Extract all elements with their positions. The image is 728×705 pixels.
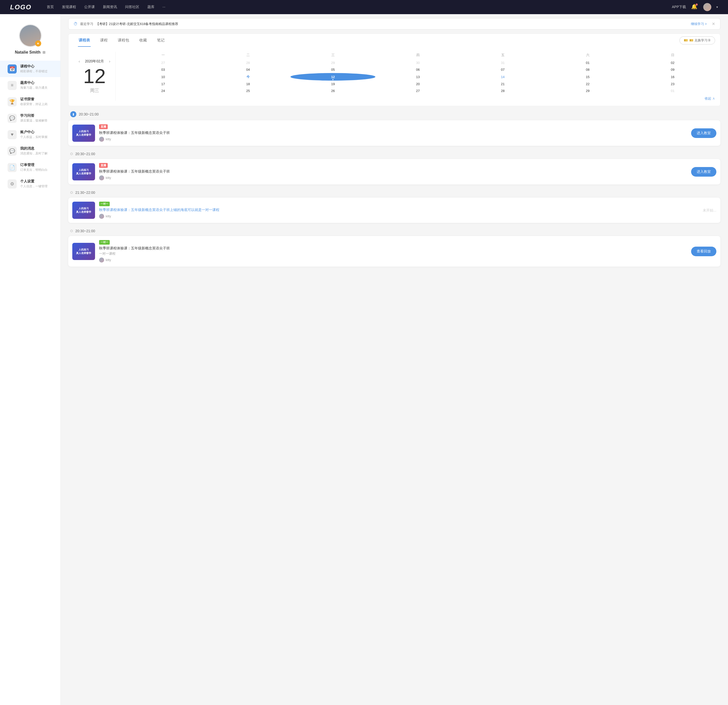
tab-notes[interactable]: 笔记 [152, 34, 170, 47]
cal-day[interactable]: 07 [460, 66, 545, 73]
sidebar-item-message[interactable]: 💬 我的消息 消息通知，及时了解 [0, 143, 61, 159]
review-recording-button[interactable]: 查看回放 [691, 247, 716, 256]
cal-day-selected[interactable]: 12 [290, 73, 376, 81]
cal-day[interactable]: 16 [630, 73, 715, 81]
course-teacher-2: kitty [99, 175, 687, 180]
tab-courses[interactable]: 课程 [95, 34, 113, 47]
live-tag-1: 直播 [99, 124, 108, 129]
enter-classroom-button-2[interactable]: 进入教室 [691, 167, 716, 177]
course-thumbnail-2: 人机练习真人老师督学 [72, 163, 95, 180]
nav-qa[interactable]: 问答社区 [125, 5, 139, 9]
nav-open[interactable]: 公开课 [84, 5, 95, 9]
course-info-4: 一对一 秋季班课程体验课：五年级新概念英语尖子班 一对一课程 kitty [99, 240, 687, 262]
cal-day[interactable]: 30 [376, 59, 460, 66]
sidebar-item-orders[interactable]: 📄 订单管理 订单支出，明明白白 [0, 159, 61, 176]
sidebar-item-account[interactable]: ♥ 账户中心 个人权益，实时掌握 [0, 126, 61, 143]
sidebar-item-certificate[interactable]: 🏆 证书荣誉 收获荣誉，持证上岗 [0, 94, 61, 110]
cal-day[interactable]: 01 [545, 59, 630, 66]
prev-month-button[interactable]: ‹ [79, 59, 80, 64]
certificate-title: 证书荣誉 [20, 97, 48, 102]
course-thumbnail-1: 人机练习真人老师督学 [72, 125, 95, 142]
course-tags-1: 直播 [99, 124, 687, 129]
question-bank-sub: 海量习题，助力通关 [20, 86, 48, 90]
tab-favorites[interactable]: 收藏 [134, 34, 152, 47]
close-recent-button[interactable]: ✕ [712, 22, 715, 26]
nav-links: 首页 发现课程 公开课 新闻资讯 问答社区 题库 ··· [47, 5, 672, 9]
cal-day[interactable]: 25 [205, 88, 290, 94]
sidebar-item-settings[interactable]: ⚙ 个人设置 个人信息，一键管理 [0, 176, 61, 192]
cal-day[interactable]: 22 [545, 81, 630, 88]
cal-day[interactable]: 18 [205, 81, 290, 88]
cal-day[interactable]: 17 [121, 81, 205, 88]
cal-day[interactable]: 05 [290, 66, 376, 73]
enter-classroom-button-1[interactable]: 进入教室 [691, 128, 716, 138]
exchange-study-card-button[interactable]: 🎫 🎫 兑换学习卡 [679, 36, 715, 45]
user-avatar-nav[interactable] [703, 3, 711, 11]
nav-quiz[interactable]: 题库 [147, 5, 155, 9]
orders-text: 订单管理 订单支出，明明白白 [20, 163, 48, 172]
course-thumbnail-3: 人机练习真人老师督学 [72, 202, 95, 219]
cal-day[interactable]: 01 [630, 88, 715, 94]
sidebar: ★ Natalie Smith ⊞ 📅 课程中心 精彩课程，不容错过 ≡ 题库中… [0, 14, 61, 705]
cal-day[interactable]: 19 [290, 81, 376, 88]
cal-day[interactable]: 06 [376, 66, 460, 73]
orders-title: 订单管理 [20, 163, 48, 167]
question-bank-icon: ≡ [7, 81, 17, 90]
cal-day[interactable]: 31 [460, 59, 545, 66]
teacher-name-1: kitty [105, 137, 111, 141]
continue-learning-link[interactable]: 继续学习 > [691, 22, 707, 26]
cal-day[interactable]: 10 [121, 73, 205, 81]
notification-bell[interactable]: 🔔 [691, 4, 698, 11]
cal-header-sat: 六 [545, 52, 630, 59]
teacher-name-2: kitty [105, 176, 111, 180]
sidebar-item-course-center[interactable]: 📅 课程中心 精彩课程，不容错过 [0, 61, 61, 77]
cal-day[interactable]: 27 [121, 59, 205, 66]
collapse-calendar-button[interactable]: 收起 ∧ [121, 96, 715, 101]
cal-day[interactable]: 23 [630, 81, 715, 88]
cal-day[interactable]: 28 [460, 88, 545, 94]
nav-news[interactable]: 新闻资讯 [103, 5, 117, 9]
next-month-button[interactable]: › [109, 59, 110, 64]
cal-day[interactable]: 28 [205, 59, 290, 66]
cal-day[interactable]: 13 [376, 73, 460, 81]
cal-day[interactable]: 08 [545, 66, 630, 73]
cal-day[interactable]: 04 [205, 66, 290, 73]
cal-day[interactable]: 29 [545, 88, 630, 94]
cal-day[interactable]: 20 [376, 81, 460, 88]
sidebar-item-qa[interactable]: 💬 学习问答 课后重温，疑难解答 [0, 110, 61, 126]
cal-day[interactable]: 02 [630, 59, 715, 66]
cal-day[interactable]: 14 [460, 73, 545, 81]
nav-more[interactable]: ··· [163, 5, 166, 9]
cal-day[interactable]: 24 [121, 88, 205, 94]
cal-day[interactable]: 09 [630, 66, 715, 73]
course-title-2: 秋季班课程体验课：五年级新概念英语尖子班 [99, 169, 687, 174]
qa-icon: 💬 [7, 114, 17, 123]
nav-discover[interactable]: 发现课程 [62, 5, 76, 9]
course-tags-4: 一对一 [99, 240, 687, 245]
tab-schedule[interactable]: 课程表 [74, 34, 95, 47]
sidebar-item-question-bank[interactable]: ≡ 题库中心 海量习题，助力通关 [0, 77, 61, 94]
tab-packages[interactable]: 课程包 [113, 34, 134, 47]
cal-day-today[interactable]: 今 [205, 73, 290, 81]
schedule-block-4: 20:30~21:00 人机练习真人老师督学 一对一 秋季班课程体验课：五年级新… [68, 229, 721, 267]
cal-day[interactable]: 27 [376, 88, 460, 94]
nav-user-chevron[interactable]: ▾ [716, 5, 718, 9]
course-link-3[interactable]: 秋季班课程体验课：五年级新概念英语尖子班上铺的海底可以就是一对一课程 [99, 208, 220, 212]
nav-home[interactable]: 首页 [47, 5, 54, 9]
logo[interactable]: LOGO [10, 3, 32, 11]
cal-day[interactable]: 21 [460, 81, 545, 88]
card-action-4: 查看回放 [691, 247, 716, 256]
cal-day[interactable]: 29 [290, 59, 376, 66]
cal-day[interactable]: 03 [121, 66, 205, 73]
cal-day[interactable]: 15 [545, 73, 630, 81]
sidebar-username: Natalie Smith ⊞ [15, 50, 45, 55]
app-download-link[interactable]: APP下载 [672, 5, 686, 9]
schedule-card-3: 人机练习真人老师督学 一对一 秋季班课程体验课：五年级新概念英语尖子班上铺的海底… [68, 198, 721, 223]
qr-icon[interactable]: ⊞ [42, 50, 45, 54]
content-area: ⏱ 最近学习 【考研】21设计考研-北邮交互618备考指南精品课程推荐 继续学习… [61, 14, 728, 705]
course-title-3: 秋季班课程体验课：五年级新概念英语尖子班上铺的海底可以就是一对一课程 [99, 208, 699, 212]
avatar-badge: ★ [35, 40, 41, 46]
time-text-1: 20:30~21:00 [79, 112, 98, 116]
message-icon: 💬 [7, 147, 17, 156]
cal-day[interactable]: 26 [290, 88, 376, 94]
